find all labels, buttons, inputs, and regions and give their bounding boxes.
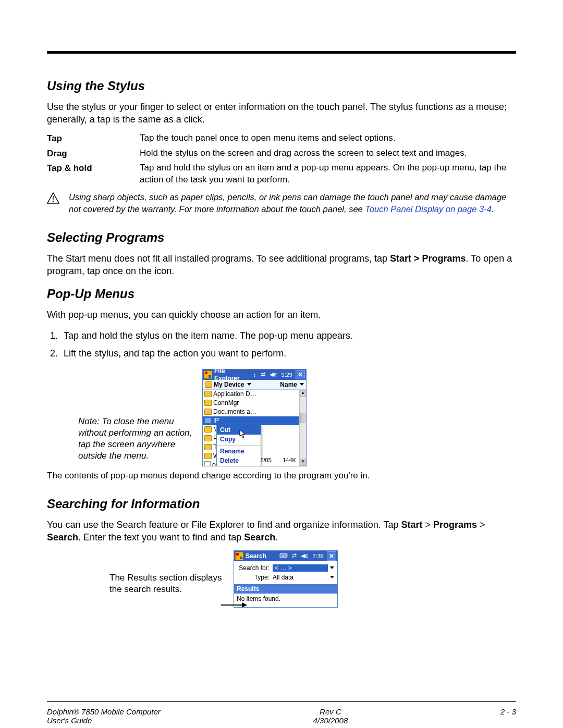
search-time: 7:36 <box>312 553 325 559</box>
popup-note: Note: To close the menu without performi… <box>78 369 193 462</box>
results-header: Results <box>234 584 337 594</box>
folder-icon <box>204 426 212 433</box>
term-drag: Drag <box>47 147 136 159</box>
file-explorer-screenshot: File Explorer ↕ ⇄ ◀ϵ 9:29 ✕ My Device Na… <box>202 369 307 466</box>
scroll-thumb[interactable] <box>300 413 305 423</box>
folder-icon <box>204 453 212 459</box>
folder-icon <box>204 444 212 450</box>
def-drag: Hold the stylus on the screen and drag a… <box>140 147 516 159</box>
speaker-icon[interactable]: ◀ϵ <box>268 371 278 378</box>
warning-icon <box>47 192 65 215</box>
search-caption: The Results section displays the search … <box>109 550 224 595</box>
warning-note: Using sharp objects, such as paper clips… <box>47 191 516 215</box>
scroll-up-icon[interactable]: ▲ <box>300 390 306 397</box>
scroll-down-icon[interactable]: ▼ <box>300 459 306 466</box>
chevron-down-icon[interactable] <box>247 383 251 386</box>
fe-sort: Name <box>280 381 297 388</box>
scrollbar[interactable]: ▲ ▼ <box>299 390 306 466</box>
folder-icon <box>205 381 212 388</box>
folder-icon <box>204 391 212 397</box>
fe-titlebar: File Explorer ↕ ⇄ ◀ϵ 9:29 ✕ <box>203 369 306 380</box>
search-for-label: Search for: <box>237 564 270 572</box>
search-title: Search <box>246 552 276 560</box>
stylus-intro: Use the stylus or your finger to select … <box>47 101 516 126</box>
warn-post: . <box>492 204 494 214</box>
search-text: You can use the Search feature or File E… <box>47 519 516 544</box>
list-item-selected[interactable]: IP <box>203 416 306 425</box>
chevron-down-icon[interactable] <box>330 566 334 569</box>
folder-icon <box>204 409 212 415</box>
close-icon[interactable]: ✕ <box>296 370 305 379</box>
list-item[interactable]: Documents a… <box>203 408 306 416</box>
net-icon[interactable]: ⇄ <box>260 371 266 378</box>
term-taphold: Tap & hold <box>47 162 136 186</box>
step-1: Tap and hold the stylus on the item name… <box>60 328 516 344</box>
footer-right: 2 - 3 <box>500 707 516 725</box>
file-meta: 1/6/05144K 1/6/0528.0K 1/6/0528.0K <box>255 456 298 466</box>
sync-icon[interactable]: ↕ <box>252 372 258 378</box>
fe-time: 9:29 <box>280 372 293 378</box>
chevron-down-icon[interactable] <box>330 576 334 578</box>
arrow-icon <box>221 600 247 612</box>
stylus-definitions: Tap Tap the touch panel once to open men… <box>47 132 516 187</box>
list-item[interactable]: ConnMgr <box>203 399 306 408</box>
keyboard-icon[interactable]: ⌨ <box>278 552 289 559</box>
sel-bold: Start > Programs <box>390 253 466 264</box>
search-titlebar: Search ⌨ ⇄ ◀ϵ 7:36 ✕ <box>234 551 337 561</box>
speaker-icon[interactable]: ◀ϵ <box>300 552 310 559</box>
file-icon <box>204 461 211 466</box>
svg-point-1 <box>53 201 54 202</box>
list-item[interactable]: Application D… <box>203 390 306 399</box>
search-form: Search for: < … > Type: All data <box>234 561 337 584</box>
net-icon[interactable]: ⇄ <box>291 552 298 559</box>
sel-pre: The Start menu does not fit all installe… <box>47 253 390 264</box>
warning-text: Using sharp objects, such as paper clips… <box>69 191 516 215</box>
menu-delete[interactable]: Delete <box>217 456 261 465</box>
heading-searching: Searching for Information <box>47 497 516 511</box>
popup-post: The contents of pop-up menus depend chan… <box>47 471 516 481</box>
top-rule <box>47 51 516 54</box>
fe-pathbar[interactable]: My Device Name <box>203 380 306 390</box>
context-menu[interactable]: Cut Copy Rename Delete Send… Beam File… <box>216 425 261 466</box>
popup-intro: With pop-up menus, you can quickly choos… <box>47 309 516 321</box>
folder-icon <box>204 435 212 441</box>
menu-copy[interactable]: Copy <box>217 435 261 444</box>
close-icon[interactable]: ✕ <box>327 551 336 561</box>
folder-icon <box>204 400 212 406</box>
def-taphold: Tap and hold the stylus on an item and a… <box>140 162 516 186</box>
menu-rename[interactable]: Rename <box>217 447 261 456</box>
heading-selecting-programs: Selecting Programs <box>47 230 516 245</box>
def-tap: Tap the touch panel once to open menu it… <box>140 132 516 144</box>
results-body: No items found. <box>234 594 337 607</box>
heading-using-stylus: Using the Stylus <box>47 79 516 93</box>
page-footer: Dolphin® 7850 Mobile Computer User's Gui… <box>47 701 516 725</box>
chevron-down-icon[interactable] <box>300 383 304 386</box>
menu-cut[interactable]: Cut <box>217 425 261 435</box>
fe-title: File Explorer <box>214 367 250 382</box>
footer-center: Rev C 4/30/2008 <box>313 707 348 725</box>
popup-steps: Tap and hold the stylus on the item name… <box>47 328 516 362</box>
type-label: Type: <box>237 574 270 581</box>
start-icon[interactable] <box>235 552 243 560</box>
fe-list[interactable]: Application D… ConnMgr Documents a… IP M… <box>203 390 306 466</box>
start-icon[interactable] <box>204 371 212 379</box>
fe-path: My Device <box>214 381 244 388</box>
touch-panel-link[interactable]: Touch Panel Display on page 3-4 <box>365 204 491 214</box>
cursor-icon <box>239 429 247 440</box>
search-screenshot: Search ⌨ ⇄ ◀ϵ 7:36 ✕ Search for: < … > T… <box>234 550 338 608</box>
selecting-text: The Start menu does not fit all installe… <box>47 252 516 278</box>
folder-icon <box>204 417 212 424</box>
search-for-value[interactable]: < … > <box>273 564 328 572</box>
heading-popup-menus: Pop-Up Menus <box>47 287 516 301</box>
type-value[interactable]: All data <box>273 574 328 581</box>
term-tap: Tap <box>47 132 136 144</box>
step-2: Lift the stylus, and tap the action you … <box>60 346 516 362</box>
footer-left: Dolphin® 7850 Mobile Computer User's Gui… <box>47 707 161 725</box>
